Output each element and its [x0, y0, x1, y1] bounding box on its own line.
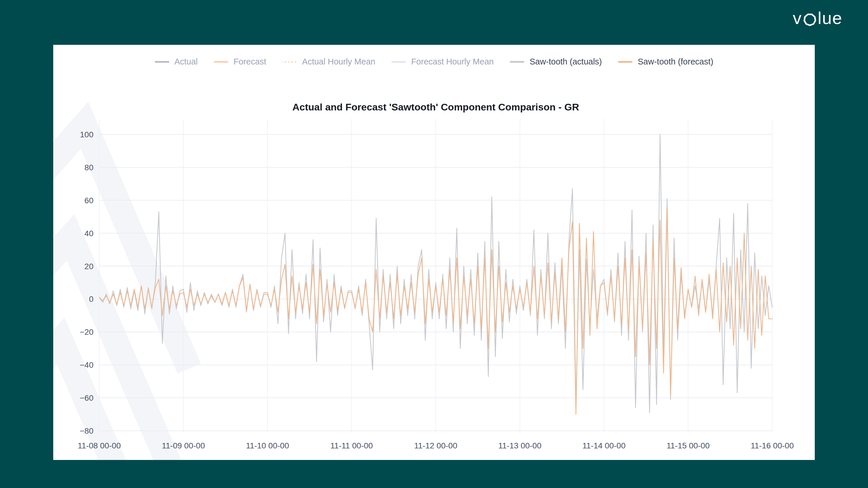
volue-logo: v lue [793, 8, 842, 28]
legend-line-swatch [618, 61, 632, 63]
y-tick-label: 80 [85, 163, 93, 172]
legend-item-actual[interactable]: Actual [155, 58, 198, 66]
legend-label: Forecast [234, 58, 266, 66]
y-tick-label: 40 [85, 229, 93, 238]
y-tick-label: −20 [80, 328, 94, 336]
volue-logo-letter-v: v [793, 8, 802, 28]
x-tick-label: 11-13 00-00 [498, 441, 541, 450]
x-tick-label: 11-10 00-00 [246, 441, 289, 450]
legend-item-forecast[interactable]: Forecast [214, 58, 266, 66]
legend-label: Forecast Hourly Mean [411, 58, 494, 66]
y-tick-label: −60 [80, 393, 94, 402]
legend-item-saw-tooth-actuals[interactable]: Saw-tooth (actuals) [510, 58, 602, 66]
y-tick-label: −80 [80, 426, 94, 435]
x-tick-label: 11-11 00-00 [331, 441, 373, 450]
x-tick-label: 11-16 00-00 [751, 441, 794, 450]
legend-line-swatch [282, 61, 297, 63]
volue-logo-nonagon-o-icon [803, 13, 816, 26]
page: { "page": { "background_color": "#004a4e… [0, 0, 868, 488]
y-tick-label: −40 [80, 360, 94, 369]
chart-legend: ActualForecastActual Hourly MeanForecast… [53, 58, 815, 66]
legend-label: Saw-tooth (actuals) [529, 58, 602, 66]
x-tick-label: 11-09 00-00 [162, 441, 205, 450]
x-tick-label: 11-08 00-00 [78, 441, 121, 450]
legend-line-swatch [392, 61, 406, 63]
legend-item-saw-tooth-forecast[interactable]: Saw-tooth (forecast) [618, 58, 713, 66]
legend-line-swatch [510, 61, 524, 63]
legend-item-actual-hourly-mean[interactable]: Actual Hourly Mean [282, 58, 375, 66]
chart-card: 100806040200−20−40−60−8011-08 00-0011-09… [53, 45, 815, 460]
chart-title: Actual and Forecast 'Sawtooth' Component… [99, 101, 772, 113]
y-tick-label: 20 [85, 262, 93, 271]
volue-logo-letters-lue: lue [818, 8, 842, 28]
y-tick-label: 100 [80, 130, 93, 139]
legend-label: Actual Hourly Mean [302, 58, 375, 66]
legend-label: Saw-tooth (forecast) [638, 58, 713, 66]
legend-item-forecast-hourly-mean[interactable]: Forecast Hourly Mean [392, 58, 494, 66]
x-tick-label: 11-15 00-00 [666, 441, 710, 450]
y-tick-label: 0 [89, 295, 93, 303]
x-tick-label: 11-12 00-00 [414, 441, 458, 450]
y-tick-label: 60 [85, 196, 93, 205]
x-tick-label: 11-14 00-00 [582, 441, 625, 450]
legend-label: Actual [175, 58, 198, 66]
legend-line-swatch [155, 61, 169, 63]
legend-line-swatch [214, 61, 228, 63]
